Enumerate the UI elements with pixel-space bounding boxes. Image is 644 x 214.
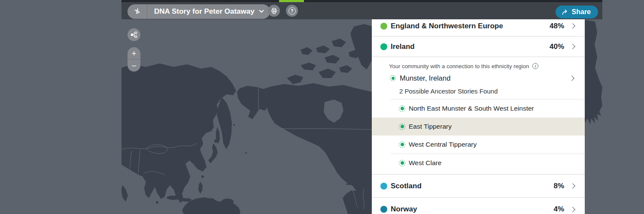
subregion-name: West Central Tipperary (409, 141, 477, 148)
region-dot (380, 23, 387, 30)
subregion-row-selected[interactable]: East Tipperary (372, 118, 585, 136)
info-icon[interactable] (532, 63, 538, 69)
print-button[interactable] (268, 5, 280, 17)
share-icon (562, 9, 569, 15)
region-dot (380, 183, 387, 190)
help-button[interactable] (286, 5, 298, 17)
community-ring-icon (399, 142, 405, 148)
chevron-right-icon (570, 44, 575, 49)
region-row-ireland[interactable]: Ireland 40% (372, 36, 585, 57)
region-dot (380, 43, 387, 50)
community-ring-icon (399, 105, 405, 112)
region-name: Scotland (391, 182, 422, 190)
map-zoom-control: + − (128, 47, 140, 72)
community-row-munster[interactable]: Munster, Ireland (372, 71, 585, 85)
subregion-row[interactable]: West Clare (372, 154, 585, 172)
chevron-right-icon (569, 75, 574, 81)
zoom-in-button[interactable]: + (128, 47, 140, 60)
region-row-england[interactable]: England & Northwestern Europe 48% (372, 19, 585, 36)
community-ring-icon (399, 124, 405, 130)
community-caption: Your community with a connection to this… (389, 63, 529, 69)
region-name: Ireland (391, 42, 415, 51)
chevron-right-icon (570, 23, 575, 29)
region-name: England & Northwestern Europe (391, 22, 503, 30)
question-mark-icon (289, 7, 296, 15)
community-section: Your community with a connection to this… (372, 57, 585, 172)
region-percent: 8% (553, 182, 564, 190)
ancestor-stories-text: 2 Possible Ancestor Stories Found (399, 87, 498, 95)
map-toolbar: DNA Story for Peter Oataway (122, 2, 602, 19)
subregion-name: West Clare (409, 159, 441, 167)
community-ring-icon (399, 160, 405, 166)
subregion-row[interactable]: West Central Tipperary (372, 136, 585, 154)
dna-helix-icon (128, 4, 147, 19)
chevron-right-icon (570, 207, 575, 212)
region-row-norway[interactable]: Norway 4% (372, 198, 585, 214)
community-name: Munster, Ireland (400, 74, 450, 82)
ethnicity-panel: England & Northwestern Europe 48% Irelan… (372, 19, 585, 214)
subregion-list: North East Munster & South West Leinster… (372, 99, 585, 172)
region-percent: 48% (550, 22, 564, 30)
region-name: Norway (391, 205, 417, 214)
dna-story-title: DNA Story for Peter Oataway (154, 7, 255, 16)
subregion-name: East Tipperary (409, 123, 452, 130)
chevron-down-icon (259, 8, 264, 13)
region-percent: 4% (553, 205, 564, 214)
network-icon (131, 31, 137, 38)
region-percent: 40% (550, 42, 564, 51)
share-button[interactable]: Share (556, 6, 598, 18)
share-button-label: Share (572, 8, 591, 16)
subregion-name: North East Munster & South West Leinster (409, 105, 534, 112)
map-network-button[interactable] (128, 28, 140, 41)
dna-story-selector[interactable]: DNA Story for Peter Oataway (128, 4, 270, 19)
region-dot (380, 206, 387, 213)
region-row-scotland[interactable]: Scotland 8% (372, 175, 585, 198)
dna-story-page: + − DNA Story for Peter Oataway (0, 0, 644, 214)
printer-icon (271, 8, 277, 14)
community-ring-icon (390, 75, 396, 81)
chevron-right-icon (570, 183, 575, 189)
subregion-row[interactable]: North East Munster & South West Leinster (372, 99, 585, 118)
